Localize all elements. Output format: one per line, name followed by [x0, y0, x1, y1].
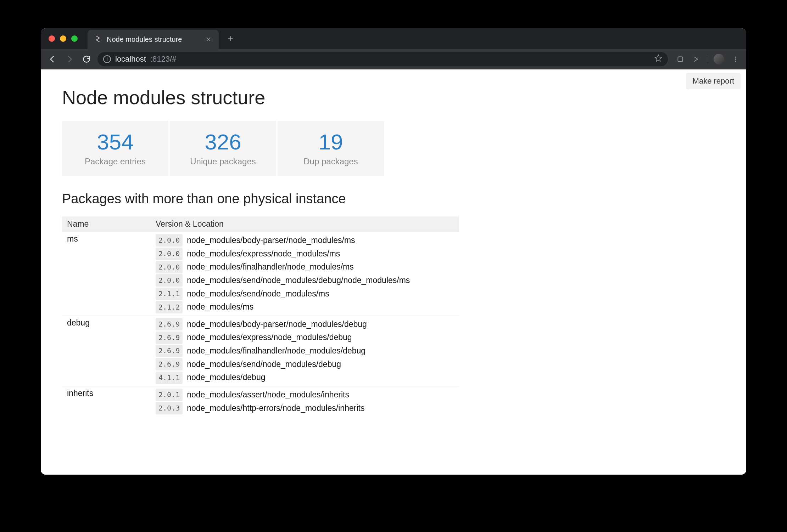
svg-point-3: [735, 61, 736, 62]
version-badge: 2.6.9: [156, 332, 183, 344]
package-name: debug: [62, 316, 151, 386]
version-badge: 2.6.9: [156, 345, 183, 357]
col-header-name: Name: [62, 216, 151, 232]
table-row: inherits2.0.1node_modules/assert/node_mo…: [62, 386, 459, 417]
instance-location: node_modules/send/node_modules/ms: [187, 288, 329, 300]
stat-value: 326: [170, 131, 276, 153]
instance-row: 2.6.9node_modules/finalhandler/node_modu…: [156, 345, 454, 357]
instance-row: 2.6.9node_modules/send/node_modules/debu…: [156, 358, 454, 371]
version-badge: 4.1.1: [156, 372, 183, 384]
instance-row: 2.1.2node_modules/ms: [156, 301, 454, 313]
instance-row: 2.0.1node_modules/assert/node_modules/in…: [156, 389, 454, 401]
make-report-button[interactable]: Make report: [686, 73, 741, 89]
tab-close-icon[interactable]: [205, 35, 212, 43]
stat-value: 19: [278, 131, 384, 153]
table-row: ms2.0.0node_modules/body-parser/node_mod…: [62, 232, 459, 316]
version-badge: 2.1.1: [156, 288, 183, 300]
instance-row: 2.6.9node_modules/body-parser/node_modul…: [156, 318, 454, 331]
page-viewport: Make report Node modules structure 354Pa…: [41, 69, 746, 475]
version-badge: 2.0.0: [156, 274, 183, 287]
packages-table-body: ms2.0.0node_modules/body-parser/node_mod…: [62, 232, 459, 417]
new-tab-button[interactable]: [225, 33, 236, 44]
package-instances: 2.0.1node_modules/assert/node_modules/in…: [151, 386, 459, 417]
reload-button[interactable]: [80, 53, 93, 65]
package-name: inherits: [62, 386, 151, 417]
browser-toolbar: i localhost:8123/#: [41, 49, 746, 69]
page-title: Node modules structure: [62, 86, 725, 108]
instance-location: node_modules/http-errors/node_modules/in…: [187, 402, 364, 415]
tab-strip: Node modules structure: [41, 28, 746, 49]
version-badge: 2.0.0: [156, 261, 183, 273]
tab-title: Node modules structure: [107, 35, 200, 44]
stat-card: 326Unique packages: [170, 121, 276, 176]
instance-row: 2.0.0node_modules/express/node_modules/m…: [156, 248, 454, 260]
browser-window: Node modules structure i localhost:8123/…: [41, 28, 746, 475]
instance-location: node_modules/body-parser/node_modules/ms: [187, 234, 355, 247]
instance-location: node_modules/express/node_modules/ms: [187, 248, 340, 260]
table-row: debug2.6.9node_modules/body-parser/node_…: [62, 316, 459, 386]
instance-location: node_modules/express/node_modules/debug: [187, 331, 352, 344]
instance-row: 2.6.9node_modules/express/node_modules/d…: [156, 331, 454, 344]
section-heading: Packages with more than one physical ins…: [62, 191, 725, 206]
browser-tab[interactable]: Node modules structure: [88, 30, 219, 49]
instance-row: 2.0.0node_modules/finalhandler/node_modu…: [156, 261, 454, 273]
stat-card: 19Dup packages: [278, 121, 384, 176]
svg-point-1: [735, 57, 736, 58]
version-badge: 2.0.0: [156, 234, 183, 247]
col-header-version-location: Version & Location: [151, 216, 459, 232]
packages-table: Name Version & Location ms2.0.0node_modu…: [62, 216, 459, 417]
bookmark-star-icon[interactable]: [654, 54, 662, 64]
page-content: Node modules structure 354Package entrie…: [41, 69, 746, 417]
version-badge: 2.6.9: [156, 358, 183, 370]
profile-avatar[interactable]: [714, 54, 724, 64]
instance-location: node_modules/send/node_modules/debug: [187, 358, 341, 371]
instance-row: 2.0.3node_modules/http-errors/node_modul…: [156, 402, 454, 415]
version-badge: 2.0.3: [156, 402, 183, 414]
package-name: ms: [62, 232, 151, 316]
stats-row: 354Package entries326Unique packages19Du…: [62, 121, 725, 176]
version-badge: 2.1.2: [156, 301, 183, 313]
stat-label: Unique packages: [170, 157, 276, 166]
package-instances: 2.6.9node_modules/body-parser/node_modul…: [151, 316, 459, 386]
window-zoom-button[interactable]: [71, 35, 78, 42]
version-badge: 2.0.0: [156, 248, 183, 260]
window-controls: [49, 35, 78, 42]
instance-location: node_modules/assert/node_modules/inherit…: [187, 389, 349, 401]
version-badge: 2.0.1: [156, 389, 183, 401]
browser-menu-icon[interactable]: [731, 54, 741, 64]
window-close-button[interactable]: [49, 35, 55, 42]
toolbar-divider: [707, 55, 707, 64]
instance-location: node_modules/body-parser/node_modules/de…: [187, 318, 367, 331]
instance-row: 2.0.0node_modules/body-parser/node_modul…: [156, 234, 454, 247]
instance-row: 4.1.1node_modules/debug: [156, 371, 454, 384]
window-minimize-button[interactable]: [60, 35, 66, 42]
extension-icon[interactable]: [676, 55, 685, 64]
svg-rect-0: [678, 57, 682, 61]
extension-icon[interactable]: [691, 55, 701, 64]
address-bar[interactable]: i localhost:8123/#: [97, 52, 668, 66]
instance-location: node_modules/debug: [187, 371, 265, 384]
url-host: localhost: [115, 55, 146, 64]
forward-button[interactable]: [63, 53, 76, 65]
site-info-icon[interactable]: i: [103, 55, 111, 63]
instance-location: node_modules/send/node_modules/debug/nod…: [187, 274, 410, 287]
stat-label: Package entries: [62, 157, 168, 166]
instance-row: 2.0.0node_modules/send/node_modules/debu…: [156, 274, 454, 287]
tab-favicon: [94, 35, 102, 43]
svg-point-2: [735, 58, 736, 60]
package-instances: 2.0.0node_modules/body-parser/node_modul…: [151, 232, 459, 316]
stat-value: 354: [62, 131, 168, 153]
stat-card: 354Package entries: [62, 121, 168, 176]
instance-location: node_modules/ms: [187, 301, 253, 313]
url-port-path: :8123/#: [150, 55, 176, 64]
instance-row: 2.1.1node_modules/send/node_modules/ms: [156, 288, 454, 300]
instance-location: node_modules/finalhandler/node_modules/m…: [187, 261, 354, 273]
back-button[interactable]: [46, 53, 58, 65]
stat-label: Dup packages: [278, 157, 384, 166]
version-badge: 2.6.9: [156, 318, 183, 330]
extension-icons: [676, 54, 741, 64]
instance-location: node_modules/finalhandler/node_modules/d…: [187, 345, 365, 357]
